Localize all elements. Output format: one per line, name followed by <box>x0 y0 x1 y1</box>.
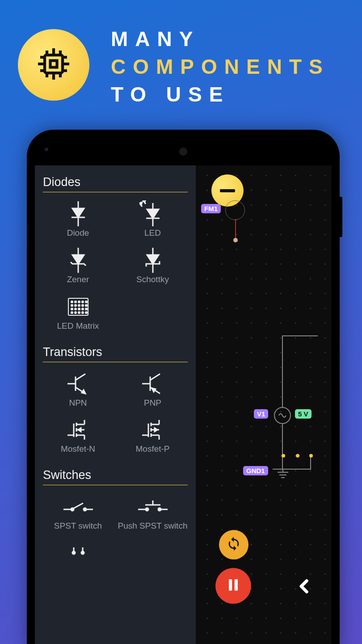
svg-line-62 <box>150 374 160 380</box>
component-mosfet-n[interactable]: Mosfet-N <box>43 414 113 457</box>
minus-icon <box>220 189 235 192</box>
component-label: LED Matrix <box>57 321 99 331</box>
svg-point-39 <box>85 301 87 303</box>
component-label: NPN <box>69 398 87 408</box>
svg-point-101 <box>81 551 84 554</box>
svg-marker-59 <box>82 390 85 394</box>
switch-partial-icon <box>69 540 87 567</box>
svg-point-52 <box>78 312 80 314</box>
diode-icon <box>67 200 89 227</box>
svg-rect-0 <box>45 55 63 73</box>
svg-marker-24 <box>147 209 159 218</box>
refresh-button[interactable] <box>219 530 248 559</box>
component-mosfet-p[interactable]: Mosfet-P <box>118 414 188 457</box>
component-label: SPST switch <box>54 521 102 531</box>
svg-marker-75 <box>78 428 81 432</box>
pause-button[interactable] <box>215 568 251 604</box>
svg-point-50 <box>71 312 73 314</box>
component-label: LED <box>144 228 161 238</box>
component-panel[interactable]: Diodes Diode LED Zener Schottky <box>35 165 196 644</box>
headline-line1: MANY <box>111 26 330 53</box>
switches-grid: SPST switch Push SPST switch <box>43 491 188 569</box>
component-label: Mosfet-N <box>61 444 95 454</box>
svg-point-51 <box>75 312 76 314</box>
pause-icon <box>226 576 241 596</box>
component-push-spst-switch[interactable]: Push SPST switch <box>118 491 188 534</box>
meter-component[interactable] <box>225 200 245 220</box>
collapse-button[interactable] <box>290 572 319 602</box>
component-pnp[interactable]: PNP <box>118 368 188 411</box>
phone-frame: FM1 V1 5 V GND1 <box>27 130 340 644</box>
cpu-chip-icon <box>36 46 72 84</box>
label-gnd1: GND1 <box>243 466 268 475</box>
promo-header: MANY COMPONENTS TO USE <box>0 0 362 121</box>
svg-marker-86 <box>155 428 157 432</box>
component-zener[interactable]: Zener <box>43 244 113 287</box>
app-screen: FM1 V1 5 V GND1 <box>35 165 332 644</box>
svg-rect-19 <box>235 579 238 591</box>
svg-rect-1 <box>51 61 57 68</box>
refresh-icon <box>226 536 241 553</box>
mosfet-n-icon <box>66 416 91 443</box>
svg-marker-31 <box>72 255 84 264</box>
component-label: Push SPST switch <box>118 521 188 531</box>
component-npn[interactable]: NPN <box>43 368 113 411</box>
zener-icon <box>67 247 89 274</box>
component-led-matrix[interactable]: LED Matrix <box>43 291 113 334</box>
component-label: Zener <box>67 275 89 284</box>
wire <box>282 335 318 336</box>
svg-point-35 <box>71 301 73 303</box>
cpu-badge <box>18 29 89 101</box>
headline-text: MANY COMPONENTS TO USE <box>111 22 330 108</box>
component-schottky[interactable]: Schottky <box>118 244 188 287</box>
svg-point-44 <box>85 305 87 306</box>
svg-point-38 <box>82 301 84 303</box>
wire-node[interactable] <box>296 454 299 458</box>
pnp-icon <box>140 370 165 397</box>
svg-marker-64 <box>152 388 156 392</box>
npn-icon <box>66 370 91 397</box>
label-fm1: FM1 <box>201 204 221 213</box>
spst-switch-icon <box>63 493 94 520</box>
led-matrix-icon <box>66 293 91 320</box>
phone-power-button <box>340 197 342 237</box>
transistors-grid: NPN PNP Mosfet-N Mosfet-P <box>43 368 188 457</box>
svg-point-40 <box>71 305 73 306</box>
led-icon <box>139 200 166 227</box>
svg-marker-21 <box>72 208 84 217</box>
ground-icon <box>276 470 290 482</box>
component-spst-switch[interactable]: SPST switch <box>43 491 113 534</box>
svg-point-46 <box>75 308 76 310</box>
wire <box>282 424 283 469</box>
wire-node[interactable] <box>282 454 285 458</box>
component-led[interactable]: LED <box>118 198 188 241</box>
svg-point-42 <box>78 305 80 306</box>
wire <box>282 335 283 407</box>
mosfet-p-icon <box>140 416 165 443</box>
chevron-left-icon <box>295 577 314 597</box>
component-diode[interactable]: Diode <box>43 198 113 241</box>
component-label: Diode <box>67 228 89 238</box>
svg-marker-33 <box>147 255 159 264</box>
svg-point-53 <box>82 312 84 314</box>
section-title-switches: Switches <box>43 465 188 485</box>
svg-point-45 <box>71 308 73 310</box>
svg-point-43 <box>82 305 84 306</box>
label-v1: V1 <box>254 409 268 419</box>
label-5v: 5 V <box>295 409 311 419</box>
component-label: PNP <box>144 398 161 408</box>
wire-node[interactable] <box>309 454 313 458</box>
svg-line-57 <box>76 374 85 380</box>
svg-point-36 <box>75 301 76 303</box>
section-title-transistors: Transistors <box>43 342 188 362</box>
svg-point-93 <box>146 508 148 511</box>
svg-point-48 <box>82 308 84 310</box>
component-label: Mosfet-P <box>135 444 169 454</box>
wire-node[interactable] <box>233 238 238 242</box>
component-label: Schottky <box>136 275 169 284</box>
svg-rect-18 <box>229 579 232 591</box>
push-spst-switch-icon <box>137 493 168 520</box>
component-partial[interactable] <box>43 537 113 569</box>
svg-point-99 <box>72 551 75 554</box>
voltage-source[interactable] <box>274 407 291 424</box>
